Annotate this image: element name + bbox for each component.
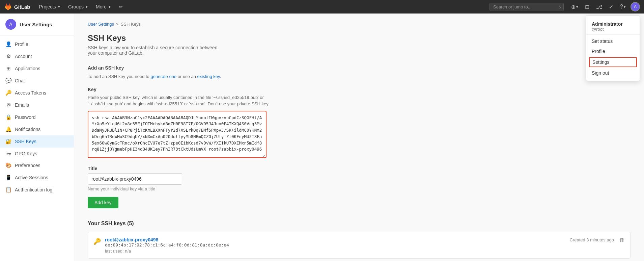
password-icon: 🔒 [5, 114, 11, 120]
dropdown-username: Administrator [592, 21, 634, 27]
breadcrumb-separator: > [116, 22, 119, 27]
generate-one-link[interactable]: generate one [150, 74, 176, 79]
add-key-button[interactable]: Add key [88, 197, 118, 208]
sidebar-item-label: Chat [15, 78, 25, 83]
sidebar-item-notifications[interactable]: 🔔 Notifications [0, 123, 74, 135]
access-tokens-icon: 🔑 [5, 90, 11, 96]
broadcast-icon-button[interactable]: ⊡ [583, 2, 591, 11]
key-field-label: Key [88, 87, 631, 92]
add-key-heading: Add an SSH key [88, 65, 631, 71]
sidebar-nav: 👤 Profile ⚙ Account ⊞ Applications 💬 Cha… [0, 35, 74, 199]
broadcast-icon: ⊡ [585, 4, 589, 10]
add-key-intro: To add an SSH key you need to generate o… [88, 73, 631, 80]
page-title: SSH Keys [88, 33, 631, 43]
nav-edit-icon[interactable]: ✏ [115, 3, 126, 11]
sidebar-item-label: Emails [15, 102, 29, 108]
sidebar-item-account[interactable]: ⚙ Account [0, 50, 74, 62]
key-entry: 🔑 root@zabbix-proxy0496 de:89:4b:17:92:7… [88, 232, 631, 259]
sidebar-item-ssh-keys[interactable]: 🔐 SSH Keys [0, 135, 74, 148]
sidebar-item-label: SSH Keys [15, 139, 36, 144]
sidebar-item-auth-log[interactable]: 📋 Authentication log [0, 184, 74, 196]
key-field-hint: Paste your public SSH key, which is usua… [88, 94, 631, 107]
key-entry-icon: 🔑 [93, 238, 101, 245]
dropdown-set-status[interactable]: Set status [586, 36, 640, 46]
chevron-down-icon: ▾ [109, 5, 111, 9]
top-nav-items: Projects ▾ Groups ▾ More ▾ ✏ [36, 3, 126, 11]
sidebar-item-gpg-keys[interactable]: 🗝 GPG Keys [0, 148, 74, 159]
preferences-icon: 🎨 [5, 162, 11, 168]
breadcrumb-current: SSH Keys [121, 22, 141, 27]
sidebar-item-active-sessions[interactable]: 📱 Active Sessions [0, 172, 74, 184]
notifications-icon: 🔔 [5, 126, 11, 132]
chat-icon: 💬 [5, 78, 11, 84]
key-entry-last-used: last used: n/a [105, 249, 565, 254]
sidebar-item-label: Active Sessions [15, 175, 48, 180]
sidebar-item-label: GPG Keys [15, 151, 37, 156]
chevron-down-icon: ▾ [624, 5, 626, 9]
top-nav-icons: ⊕ ▾ ⊡ ⎇ ✓ ? ▾ A Administrator @root Set … [569, 2, 640, 11]
search-input[interactable] [489, 3, 564, 11]
dropdown-sign-out[interactable]: Sign out [586, 68, 640, 78]
nav-groups[interactable]: Groups ▾ [65, 3, 91, 11]
top-navigation: GitLab Projects ▾ Groups ▾ More ▾ ✏ ⌕ ⊕ … [0, 0, 644, 14]
key-entry-info: root@zabbix-proxy0496 de:89:4b:17:92:78:… [105, 237, 565, 254]
auth-log-icon: 📋 [5, 187, 11, 193]
help-icon-button[interactable]: ? ▾ [618, 2, 628, 11]
merge-request-icon-button[interactable]: ⎇ [594, 2, 604, 11]
todo-icon: ✓ [609, 4, 613, 10]
sidebar-item-password[interactable]: 🔒 Password [0, 111, 74, 123]
sidebar-item-label: Authentication log [15, 187, 52, 192]
active-sessions-icon: 📱 [5, 175, 11, 181]
existing-key-link[interactable]: existing key [197, 74, 220, 79]
plus-icon-button[interactable]: ⊕ ▾ [569, 2, 580, 11]
key-entry-name: root@zabbix-proxy0496 [105, 237, 565, 242]
sidebar-item-profile[interactable]: 👤 Profile [0, 38, 74, 50]
user-avatar-button[interactable]: A [631, 2, 640, 11]
sidebar-item-preferences[interactable]: 🎨 Preferences [0, 159, 74, 172]
gpg-keys-icon: 🗝 [5, 151, 11, 156]
search-wrapper: ⌕ [489, 3, 564, 11]
key-entry-meta: Created 3 minutes ago 🗑 [569, 237, 625, 243]
sidebar-item-label: Password [15, 114, 35, 120]
sidebar-item-chat[interactable]: 💬 Chat [0, 75, 74, 87]
page-layout: A User Settings 👤 Profile ⚙ Account ⊞ Ap… [0, 14, 644, 261]
key-entry-fingerprint: de:89:4b:17:92:78:c1:6c:a4:f0:0d:81:8a:d… [105, 242, 565, 247]
user-menu-wrapper: A Administrator @root Set status Profile… [631, 2, 640, 11]
main-content: User Settings > SSH Keys SSH Keys SSH ke… [74, 14, 644, 261]
delete-key-button[interactable]: 🗑 [619, 237, 625, 243]
breadcrumb: User Settings > SSH Keys [88, 22, 631, 27]
todo-icon-button[interactable]: ✓ [607, 2, 615, 11]
sidebar: A User Settings 👤 Profile ⚙ Account ⊞ Ap… [0, 14, 74, 261]
dropdown-settings[interactable]: Settings [589, 57, 637, 67]
sidebar-item-access-tokens[interactable]: 🔑 Access Tokens [0, 87, 74, 99]
dropdown-profile[interactable]: Profile [586, 46, 640, 56]
page-description: SSH keys allow you to establish a secure… [88, 45, 223, 56]
emails-icon: ✉ [5, 102, 11, 108]
key-field-section: Key Paste your public SSH key, which is … [88, 87, 631, 159]
sidebar-title: User Settings [20, 22, 52, 27]
nav-more[interactable]: More ▾ [92, 3, 114, 11]
sidebar-header: A User Settings [0, 14, 74, 35]
chevron-down-icon: ▾ [86, 5, 88, 9]
title-field-input[interactable] [88, 173, 182, 185]
ssh-keys-icon: 🔐 [5, 138, 11, 145]
add-key-section: Add an SSH key To add an SSH key you nee… [88, 65, 631, 208]
breadcrumb-parent-link[interactable]: User Settings [88, 22, 114, 27]
brand-name: GitLab [14, 4, 30, 10]
your-keys-heading: Your SSH keys (5) [88, 220, 631, 227]
help-icon: ? [620, 4, 623, 10]
brand-logo[interactable]: GitLab [4, 3, 30, 11]
title-field-hint: Name your individual key via a title [88, 186, 631, 191]
your-keys-section: Your SSH keys (5) 🔑 root@zabbix-proxy049… [88, 220, 631, 259]
user-dropdown-menu: Administrator @root Set status Profile S… [586, 16, 640, 81]
nav-projects[interactable]: Projects ▾ [36, 3, 64, 11]
plus-icon: ⊕ [571, 4, 576, 10]
profile-icon: 👤 [5, 41, 11, 47]
search-icon: ⌕ [558, 4, 561, 9]
dropdown-header: Administrator @root [586, 19, 640, 35]
title-field-section: Title Name your individual key via a tit… [88, 166, 631, 191]
sidebar-item-label: Preferences [15, 163, 40, 168]
sidebar-item-emails[interactable]: ✉ Emails [0, 99, 74, 111]
sidebar-item-applications[interactable]: ⊞ Applications [0, 62, 74, 75]
ssh-key-textarea[interactable] [88, 111, 267, 158]
